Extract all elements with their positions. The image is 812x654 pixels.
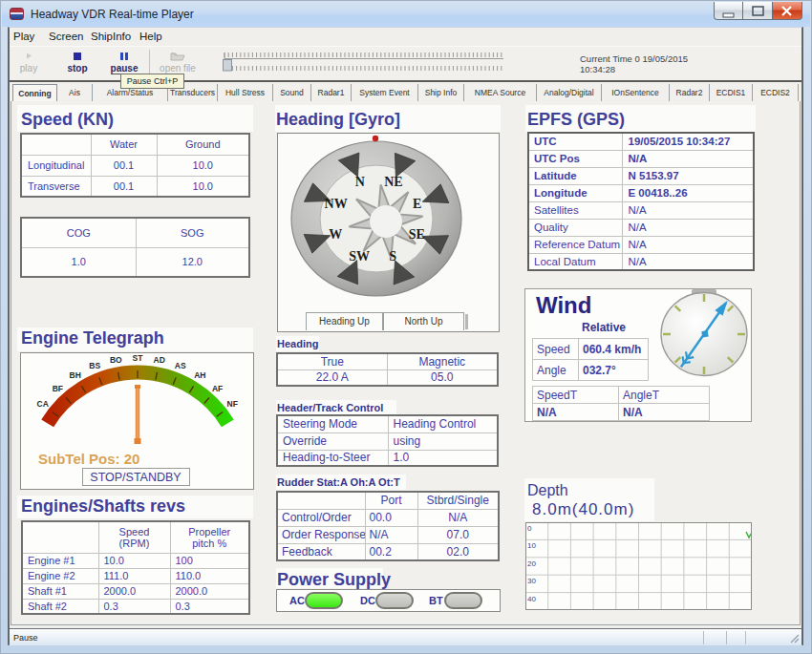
svg-text:ST: ST	[133, 353, 144, 363]
svg-text:NE: NE	[384, 175, 402, 189]
svg-text:AF: AF	[212, 384, 223, 393]
svg-text:CA: CA	[37, 399, 49, 409]
svg-text:NF: NF	[227, 399, 238, 409]
svg-text:BF: BF	[53, 384, 63, 393]
svg-text:AS: AS	[175, 361, 186, 370]
svg-text:SE: SE	[409, 227, 425, 242]
svg-text:STOP/STANDBY: STOP/STANDBY	[90, 471, 182, 484]
svg-text:40: 40	[527, 595, 536, 603]
svg-text:0: 0	[527, 524, 532, 533]
svg-text:SW: SW	[349, 249, 370, 264]
svg-text:N: N	[355, 175, 365, 189]
svg-text:AD: AD	[154, 355, 165, 365]
svg-text:SubTel Pos: 20: SubTel Pos: 20	[38, 451, 139, 467]
svg-text:30: 30	[527, 577, 536, 585]
svg-text:E: E	[413, 197, 421, 211]
svg-text:S: S	[389, 249, 396, 264]
svg-text:AH: AH	[194, 370, 205, 380]
svg-text:BH: BH	[70, 370, 81, 380]
svg-text:20: 20	[527, 559, 536, 568]
svg-text:W: W	[329, 227, 342, 242]
svg-text:BO: BO	[110, 355, 122, 365]
svg-text:BS: BS	[89, 361, 100, 370]
svg-text:NW: NW	[325, 197, 348, 211]
svg-text:10: 10	[527, 541, 536, 550]
